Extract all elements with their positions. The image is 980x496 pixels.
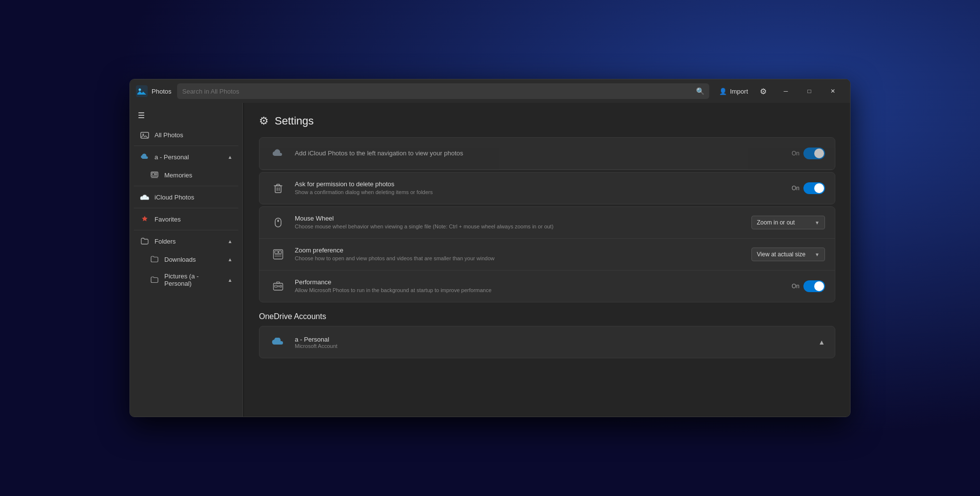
performance-toggle-label: On <box>792 283 799 290</box>
svg-point-1 <box>139 89 141 91</box>
performance-desc: Allow Microsoft Photos to run in the bac… <box>295 287 792 294</box>
close-button[interactable]: ✕ <box>822 83 844 99</box>
sidebar-item-memories[interactable]: Memories <box>142 166 240 184</box>
onedrive-personal-subtitle: Microsoft Account <box>295 343 818 349</box>
sidebar-item-all-photos[interactable]: All Photos <box>132 126 240 144</box>
sidebar-hamburger-button[interactable]: ☰ <box>130 107 242 124</box>
zoom-preference-icon <box>269 246 287 263</box>
icloud-icon <box>140 192 150 202</box>
personal-cloud-icon <box>140 152 150 162</box>
sidebar-item-folders[interactable]: Folders ▲ <box>132 232 240 250</box>
sidebar: ☰ All Photos a - Pers <box>130 103 243 417</box>
svg-rect-26 <box>280 285 282 287</box>
sidebar-item-pictures[interactable]: Pictures (a - Personal) ▲ <box>142 269 240 291</box>
svg-rect-20 <box>275 256 282 257</box>
search-bar[interactable]: 🔍 <box>177 83 709 99</box>
svg-rect-7 <box>155 174 157 175</box>
performance-title: Performance <box>295 278 792 286</box>
all-photos-label: All Photos <box>155 131 183 139</box>
delete-permission-toggle[interactable] <box>803 182 825 194</box>
performance-content: Performance Allow Microsoft Photos to ru… <box>295 278 792 294</box>
svg-rect-23 <box>277 282 280 283</box>
mouse-wheel-row: Mouse Wheel Choose mouse wheel behavior … <box>259 207 835 239</box>
content-area: ☰ All Photos a - Pers <box>130 103 850 417</box>
delete-permission-desc: Show a confirmation dialog when deleting… <box>295 189 792 196</box>
sidebar-item-icloud[interactable]: iCloud Photos <box>132 188 240 206</box>
import-button[interactable]: 👤 Import <box>715 86 752 97</box>
mouse-wheel-content: Mouse Wheel Choose mouse wheel behavior … <box>295 215 751 230</box>
memories-icon <box>150 170 159 180</box>
sidebar-item-favorites[interactable]: Favorites <box>132 210 240 228</box>
zoom-preference-row: Zoom preference Choose how to open and v… <box>259 239 835 271</box>
svg-rect-21 <box>279 251 282 253</box>
personal-label: a - Personal <box>155 153 189 161</box>
sidebar-sub-folders: Downloads ▲ Pictures (a - Personal) ▲ <box>130 250 242 291</box>
onedrive-accounts-card: a - Personal Microsoft Account ▲ <box>259 326 835 358</box>
onedrive-personal-row: a - Personal Microsoft Account ▲ <box>259 326 835 358</box>
svg-point-3 <box>143 134 144 135</box>
mouse-wheel-title: Mouse Wheel <box>295 215 751 222</box>
mouse-wheel-dropdown[interactable]: Zoom in or out ▼ <box>751 216 825 229</box>
import-label: Import <box>730 88 748 95</box>
onedrive-personal-content: a - Personal Microsoft Account <box>295 336 818 349</box>
delete-permission-content: Ask for permission to delete photos Show… <box>295 180 792 196</box>
sidebar-divider-2 <box>134 186 238 186</box>
icloud-settings-card: Add iCloud Photos to the left navigation… <box>259 137 835 170</box>
settings-gear-icon: ⚙ <box>259 115 269 127</box>
icloud-row-icon <box>269 145 287 162</box>
sidebar-divider-3 <box>134 208 238 208</box>
search-icon: 🔍 <box>696 87 704 95</box>
icloud-setting-row: Add iCloud Photos to the left navigation… <box>259 138 835 170</box>
favorites-icon <box>140 214 150 224</box>
svg-rect-25 <box>278 285 280 287</box>
pictures-folder-icon <box>150 275 159 285</box>
settings-heading: Settings <box>275 115 314 127</box>
delete-permission-card: Ask for permission to delete photos Show… <box>259 172 835 204</box>
mouse-wheel-control[interactable]: Zoom in or out ▼ <box>751 216 825 229</box>
memories-label: Memories <box>164 172 192 179</box>
zoom-preference-content: Zoom preference Choose how to open and v… <box>295 247 751 262</box>
all-photos-icon <box>140 130 150 140</box>
delete-permission-row: Ask for permission to delete photos Show… <box>259 173 835 204</box>
minimize-button[interactable]: ─ <box>774 83 797 99</box>
settings-button[interactable]: ⚙ <box>756 85 771 98</box>
zoom-preference-title: Zoom preference <box>295 247 751 254</box>
icloud-setting-title: Add iCloud Photos to the left navigation… <box>295 149 792 157</box>
icloud-setting-control: On <box>792 148 825 159</box>
performance-control: On <box>792 280 825 292</box>
delete-permission-icon <box>269 179 287 197</box>
onedrive-personal-chevron-icon[interactable]: ▲ <box>818 338 825 346</box>
icloud-toggle[interactable] <box>803 148 825 159</box>
sidebar-item-personal[interactable]: a - Personal ▲ <box>132 148 240 166</box>
maximize-button[interactable]: □ <box>798 83 821 99</box>
svg-rect-15 <box>275 218 281 227</box>
zoom-preference-dropdown[interactable]: View at actual size ▼ <box>751 248 825 261</box>
mouse-wheel-dropdown-value: Zoom in or out <box>757 219 795 226</box>
pictures-chevron-icon: ▲ <box>228 277 232 283</box>
svg-rect-13 <box>143 195 147 196</box>
titlebar: Photos 🔍 👤 Import ⚙ ─ □ ✕ <box>130 79 850 103</box>
performance-icon <box>269 277 287 295</box>
view-settings-card: Mouse Wheel Choose mouse wheel behavior … <box>259 206 835 302</box>
delete-toggle-label: On <box>792 185 799 192</box>
folders-icon <box>140 236 150 246</box>
mouse-wheel-desc: Choose mouse wheel behavior when viewing… <box>295 223 751 230</box>
sidebar-item-downloads[interactable]: Downloads ▲ <box>142 250 240 268</box>
svg-rect-12 <box>141 198 149 200</box>
icloud-toggle-label: On <box>792 150 799 157</box>
personal-chevron-icon: ▲ <box>228 154 232 160</box>
sidebar-divider-1 <box>134 146 238 146</box>
folders-label: Folders <box>155 238 176 245</box>
mouse-wheel-icon <box>269 214 287 231</box>
pictures-label: Pictures (a - Personal) <box>164 273 228 287</box>
svg-rect-19 <box>275 254 282 255</box>
app-title: Photos <box>152 88 171 95</box>
search-input[interactable] <box>182 88 696 95</box>
settings-title: ⚙ Settings <box>259 115 835 127</box>
zoom-preference-control[interactable]: View at actual size ▼ <box>751 248 825 261</box>
svg-rect-18 <box>275 251 278 253</box>
import-icon: 👤 <box>719 88 727 95</box>
performance-toggle[interactable] <box>803 280 825 292</box>
app-window: Photos 🔍 👤 Import ⚙ ─ □ ✕ ☰ <box>129 79 851 417</box>
zoom-preference-dropdown-chevron: ▼ <box>815 252 820 257</box>
